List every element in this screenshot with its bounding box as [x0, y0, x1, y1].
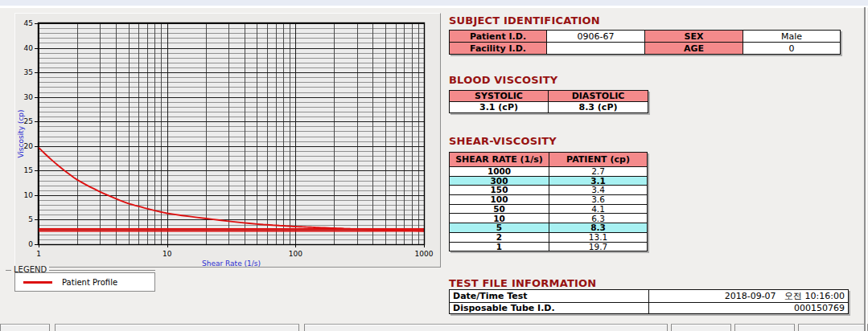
test-file-information-table: Date/Time Test 2018-09-07 오전 10:16:00 Di…: [449, 289, 849, 314]
viscosity-chart-panel: 0510152025303540451101001000Shear Rate (…: [14, 13, 441, 268]
sex-label: SEX: [645, 31, 743, 43]
bottom-panel-button[interactable]: [55, 324, 299, 331]
svg-text:0: 0: [28, 240, 33, 248]
y-axis-label: Viscosity (cp): [17, 109, 25, 157]
svg-text:100: 100: [289, 250, 302, 258]
patient-cp-cell: 6.3: [549, 214, 648, 223]
window-right-edge-highlight: [866, 7, 867, 331]
shear-rate-cell: 100: [450, 195, 549, 205]
age-label: AGE: [645, 43, 743, 55]
shear-rate-cell: 150: [450, 186, 549, 195]
shear-rate-cell: 2: [450, 232, 549, 242]
bottom-panel-button[interactable]: [0, 324, 50, 331]
table-row: SYSTOLIC DIASTOLIC: [450, 91, 648, 102]
shear-rate-cell: 1: [450, 242, 549, 251]
disposable-tube-id-label: Disposable Tube I.D.: [450, 303, 649, 314]
shear-rate-cell: 50: [450, 204, 549, 214]
shear-row: 1 19.7: [450, 242, 648, 251]
window-title-strip: [0, 0, 868, 6]
table-row: Disposable Tube I.D. 000150769: [450, 303, 849, 314]
patient-cp-cell: 19.7: [549, 242, 648, 251]
table-row: Patient I.D. 0906-67 SEX Male: [450, 31, 841, 43]
facility-id-label: Facility I.D.: [450, 43, 547, 55]
patient-cp-cell: 2.7: [549, 167, 648, 177]
patient-id-value[interactable]: 0906-67: [547, 31, 645, 43]
shear-row: 50 4.1: [450, 204, 648, 214]
blood-viscosity-heading: BLOOD VISCOSITY: [449, 74, 557, 86]
shear-row: 100 3.6: [450, 195, 648, 205]
legend-box: Patient Profile: [14, 272, 155, 292]
svg-text:1000: 1000: [415, 250, 434, 258]
svg-text:1: 1: [36, 250, 41, 258]
age-value[interactable]: 0: [743, 43, 841, 55]
shear-row: 5 8.3: [450, 223, 648, 233]
shear-rate-cell: 300: [450, 176, 549, 186]
systolic-value: 3.1 (cP): [450, 102, 549, 113]
shear-rate-cell: 10: [450, 214, 549, 223]
table-row: SHEAR RATE (1/s) PATIENT (cp): [450, 153, 648, 167]
bottom-panel-button[interactable]: [671, 324, 731, 331]
bottom-panel-button[interactable]: [734, 324, 795, 331]
patient-cp-cell: 3.4: [549, 186, 648, 195]
svg-text:5: 5: [28, 215, 33, 223]
patient-id-label: Patient I.D.: [450, 31, 547, 43]
patient-cp-cell: 8.3: [549, 223, 648, 233]
shear-rate-cell: 1000: [450, 167, 549, 177]
patient-cp-cell: 4.1: [549, 204, 648, 214]
shear-row: 150 3.4: [450, 186, 648, 195]
shear-row: 300 3.1: [450, 176, 648, 186]
shear-rate-header: SHEAR RATE (1/s): [450, 153, 549, 167]
svg-text:25: 25: [24, 117, 33, 125]
svg-text:15: 15: [24, 166, 33, 174]
test-file-information-heading: TEST FILE INFORMATION: [449, 277, 596, 289]
shear-row: 1000 2.7: [450, 167, 648, 177]
viscosity-chart: 0510152025303540451101001000Shear Rate (…: [15, 14, 440, 267]
subject-identification-table: Patient I.D. 0906-67 SEX Male Facility I…: [449, 30, 841, 55]
shear-viscosity-heading: SHEAR-VISCOSITY: [449, 135, 557, 147]
sex-value[interactable]: Male: [743, 31, 841, 43]
patient-cp-cell: 13.1: [549, 232, 648, 242]
patient-cp-cell: 3.1: [549, 176, 648, 186]
legend-line-sample-icon: [23, 281, 52, 284]
legend-entry-label: Patient Profile: [62, 278, 117, 287]
table-row: Date/Time Test 2018-09-07 오전 10:16:00: [450, 290, 849, 303]
table-row: 3.1 (cP) 8.3 (cP): [450, 102, 648, 113]
x-axis-label: Shear Rate (1/s): [202, 259, 261, 267]
patient-cp-cell: 3.6: [549, 195, 648, 205]
svg-text:35: 35: [24, 68, 33, 76]
date-time-test-value: 2018-09-07 오전 10:16:00: [649, 290, 849, 303]
blood-viscosity-table: SYSTOLIC DIASTOLIC 3.1 (cP) 8.3 (cP): [449, 90, 648, 113]
bottom-panel-button[interactable]: [798, 324, 868, 331]
subject-identification-heading: SUBJECT IDENTIFICATION: [449, 14, 600, 27]
date-time-test-label: Date/Time Test: [450, 290, 649, 303]
shear-row: 2 13.1: [450, 232, 648, 242]
facility-id-value[interactable]: [547, 43, 645, 55]
shear-viscosity-table: SHEAR RATE (1/s) PATIENT (cp) 1000 2.7 3…: [449, 152, 648, 251]
svg-text:10: 10: [24, 191, 34, 199]
disposable-tube-id-value: 000150769: [649, 303, 849, 314]
systolic-header: SYSTOLIC: [450, 91, 549, 102]
table-row: Facility I.D. AGE 0: [450, 43, 841, 55]
svg-text:30: 30: [24, 93, 34, 101]
shear-row: 10 6.3: [450, 214, 648, 223]
svg-text:40: 40: [24, 44, 34, 52]
svg-text:45: 45: [24, 19, 33, 27]
shear-rate-cell: 5: [450, 223, 549, 233]
patient-cp-header: PATIENT (cp): [549, 153, 648, 167]
svg-text:20: 20: [24, 142, 34, 150]
diastolic-header: DIASTOLIC: [549, 91, 648, 102]
window-title-strip-divider: [0, 6, 868, 8]
diastolic-value: 8.3 (cP): [549, 102, 648, 113]
svg-text:10: 10: [162, 250, 172, 258]
bottom-panel-button[interactable]: [304, 324, 668, 331]
